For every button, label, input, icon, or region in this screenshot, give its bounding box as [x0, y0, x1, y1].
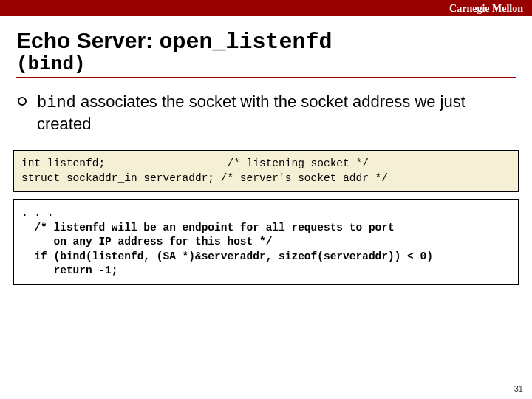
slide-title: Echo Server: open_listenfd: [16, 28, 516, 55]
title-prefix: Echo Server:: [16, 28, 159, 52]
page-number: 31: [514, 384, 523, 393]
header-bar: Carnegie Mellon: [0, 0, 532, 16]
code-block-body: . . . /* listenfd will be an endpoint fo…: [13, 200, 519, 285]
code-block-declarations: int listenfd; /* listening socket */ str…: [13, 150, 519, 192]
bullet-text: bind associates the socket with the sock…: [37, 92, 516, 134]
title-rule: [16, 77, 516, 78]
bullet-rest: associates the socket with the socket ad…: [37, 92, 466, 133]
slide-content: Echo Server: open_listenfd (bind) bind a…: [0, 16, 532, 285]
bullet-code: bind: [37, 94, 76, 112]
slide-subtitle: (bind): [16, 53, 516, 75]
org-name: Carnegie Mellon: [449, 3, 523, 14]
bullet-item: bind associates the socket with the sock…: [16, 92, 516, 134]
bullet-marker-icon: [18, 97, 27, 106]
title-mono: open_listenfd: [159, 30, 332, 55]
